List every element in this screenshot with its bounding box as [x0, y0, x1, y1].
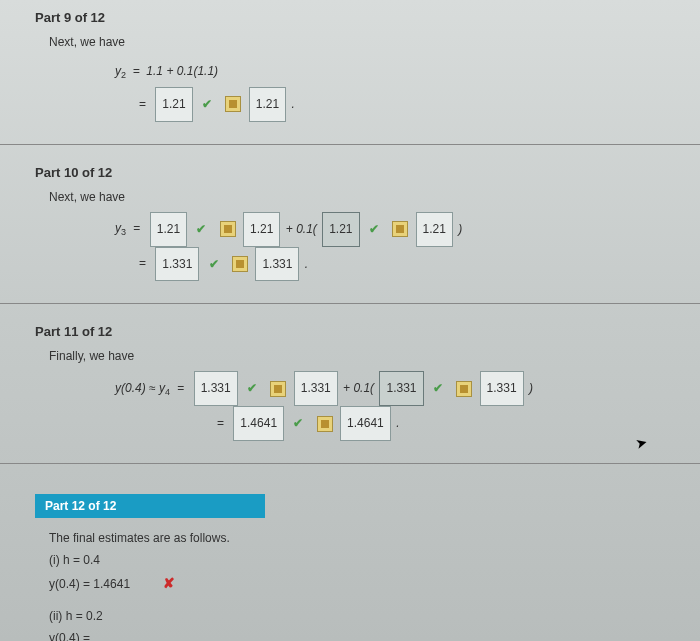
y2-answer-input[interactable]: 1.21	[155, 87, 192, 122]
equals: =	[217, 416, 224, 430]
p12-i-y-row: y(0.4) = 1.4641 ✘	[49, 571, 680, 596]
check-icon: ✔	[202, 90, 212, 119]
p12-i-y: y(0.4) = 1.4641	[49, 577, 130, 591]
check-icon: ✔	[196, 215, 206, 244]
part-10: Part 10 of 12 Next, we have y3 = 1.21 ✔ …	[35, 165, 680, 282]
divider	[0, 303, 700, 304]
part-10-eq2: = 1.331 ✔ 1.331 .	[135, 247, 680, 282]
equals: =	[139, 97, 146, 111]
period: .	[291, 97, 294, 111]
part-9-eq1: y2 = 1.1 + 0.1(1.1)	[115, 57, 680, 87]
y3-lhs: y3	[115, 221, 126, 235]
reveal-icon[interactable]	[220, 221, 236, 237]
y3-v1-reveal: 1.21	[243, 212, 280, 247]
check-icon: ✔	[247, 374, 257, 403]
y4-v2-reveal: 1.331	[480, 371, 524, 406]
y3-ans-input[interactable]: 1.331	[155, 247, 199, 282]
y2-answer-reveal: 1.21	[249, 87, 286, 122]
y4-ans-reveal: 1.4641	[340, 406, 391, 441]
y3-v2-reveal: 1.21	[416, 212, 453, 247]
part-11-intro: Finally, we have	[49, 349, 680, 363]
check-icon: ✔	[209, 250, 219, 279]
p12-ii-y: y(0.4) =	[49, 628, 680, 641]
plus-0.1-open: + 0.1(	[286, 221, 317, 235]
check-icon: ✔	[369, 215, 379, 244]
p12-ii-h: (ii) h = 0.2	[49, 606, 680, 628]
check-icon: ✔	[293, 409, 303, 438]
part-9: Part 9 of 12 Next, we have y2 = 1.1 + 0.…	[35, 10, 680, 122]
period: .	[305, 256, 308, 270]
close-paren: )	[529, 381, 533, 395]
part-10-intro: Next, we have	[49, 190, 680, 204]
reveal-icon[interactable]	[225, 96, 241, 112]
reveal-icon[interactable]	[392, 221, 408, 237]
reveal-icon[interactable]	[270, 381, 286, 397]
y4-ans-input[interactable]: 1.4641	[233, 406, 284, 441]
part-12-tab: Part 12 of 12	[35, 494, 265, 518]
p12-intro: The final estimates are as follows.	[49, 528, 680, 550]
reveal-icon[interactable]	[456, 381, 472, 397]
part-11-eq1: y(0.4) ≈ y4 = 1.331 ✔ 1.331 + 0.1( 1.331…	[115, 371, 680, 406]
close-paren: )	[458, 221, 462, 235]
y2-expr: y2 = 1.1 + 0.1(1.1)	[115, 64, 218, 78]
equals: =	[139, 256, 146, 270]
plus-0.1-open: + 0.1(	[343, 381, 374, 395]
reveal-icon[interactable]	[232, 256, 248, 272]
y4-v1-input[interactable]: 1.331	[194, 371, 238, 406]
part-9-intro: Next, we have	[49, 35, 680, 49]
reveal-icon[interactable]	[317, 416, 333, 432]
check-icon: ✔	[433, 374, 443, 403]
cross-icon: ✘	[163, 575, 175, 591]
part-11-header: Part 11 of 12	[35, 324, 680, 339]
y4-v2-input[interactable]: 1.331	[379, 371, 423, 406]
equals: =	[133, 221, 140, 235]
part-10-eq1: y3 = 1.21 ✔ 1.21 + 0.1( 1.21 ✔ 1.21 )	[115, 212, 680, 247]
part-10-header: Part 10 of 12	[35, 165, 680, 180]
equals: =	[177, 381, 184, 395]
y4-v1-reveal: 1.331	[294, 371, 338, 406]
part-11: Part 11 of 12 Finally, we have y(0.4) ≈ …	[35, 324, 680, 441]
part-12: Part 12 of 12 The final estimates are as…	[35, 484, 680, 641]
y3-v2-input[interactable]: 1.21	[322, 212, 359, 247]
period: .	[396, 416, 399, 430]
y4-lhs: y(0.4) ≈ y4	[115, 381, 170, 395]
p12-i-h: (i) h = 0.4	[49, 550, 680, 572]
part-9-eq2: = 1.21 ✔ 1.21 .	[135, 87, 680, 122]
part-11-eq2: = 1.4641 ✔ 1.4641 .	[213, 406, 680, 441]
divider	[0, 144, 700, 145]
divider	[0, 463, 700, 464]
y3-v1-input[interactable]: 1.21	[150, 212, 187, 247]
part-9-header: Part 9 of 12	[35, 10, 680, 25]
y3-ans-reveal: 1.331	[255, 247, 299, 282]
